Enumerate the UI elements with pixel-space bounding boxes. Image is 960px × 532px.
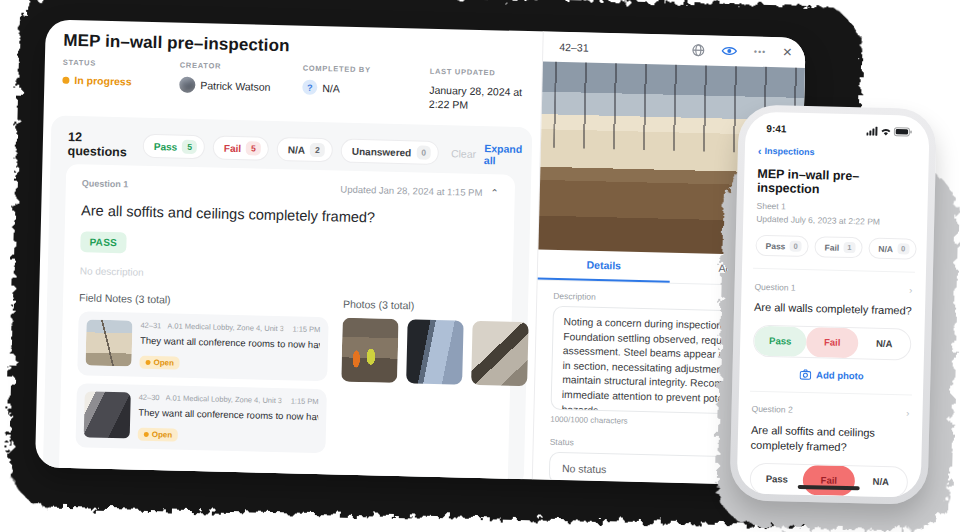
photos-header: Photos (3 total) (343, 298, 529, 315)
answer-pass-button[interactable]: Pass (751, 463, 804, 494)
collapse-chevron-icon[interactable]: ⌃ (490, 190, 499, 196)
meta-last-updated: LAST UPDATED January 28, 2024 at 2:22 PM (429, 67, 535, 114)
clear-filters-button[interactable]: Clear (451, 147, 476, 160)
tab-details[interactable]: Details (538, 249, 670, 282)
phone-question-2-text: Are all soffits and ceilings completely … (751, 423, 912, 457)
back-chevron-icon: ‹ (758, 146, 762, 155)
filter-unanswered[interactable]: Unanswered0 (341, 139, 440, 165)
divider (750, 390, 912, 395)
avatar (179, 77, 195, 93)
status-label: STATUS (63, 58, 132, 69)
filter-fail[interactable]: Fail5 (213, 135, 270, 160)
filter-row: 12 questions Pass5 Fail5 N/A2 Unanswered… (51, 115, 533, 169)
note-time: 1:15 PM (292, 324, 320, 334)
clock: 9:41 (766, 123, 786, 134)
note-id: 42–31 (140, 321, 161, 331)
status-dot-icon (62, 76, 69, 83)
field-note-row[interactable]: 42–31 A.01 Medical Lobby, Zone 4, Unit 3… (77, 311, 328, 381)
field-note-photo (84, 391, 131, 438)
phone-question-2-answers: Pass Fail N/A (750, 462, 909, 498)
answer-na-button[interactable]: N/A (854, 466, 907, 497)
phone-filter-na[interactable]: N/A0 (868, 237, 916, 259)
last-updated-label: LAST UPDATED (430, 67, 535, 79)
eye-icon[interactable] (722, 45, 738, 57)
phone-filter-pass[interactable]: Pass0 (755, 235, 809, 257)
answer-pass-button[interactable]: Pass (754, 326, 807, 357)
fail-count-badge: 1 (843, 242, 855, 253)
note-text: They want all conference rooms to now ha… (138, 407, 318, 422)
divider (753, 268, 915, 273)
note-status-badge: Open (139, 356, 180, 370)
result-badge: PASS (80, 231, 126, 253)
note-status-badge: Open (138, 428, 179, 442)
inspection-window: MEP in–wall pre–inspection STATUS In pro… (35, 19, 806, 485)
question-mark-icon: ? (302, 80, 317, 95)
note-text: They want all conference rooms to now ha… (140, 335, 320, 350)
status-value: In progress (74, 74, 131, 87)
question-label: Question 1 (754, 281, 795, 292)
completed-by-value: N/A (322, 82, 340, 94)
field-note-photo (85, 319, 132, 366)
meta-completed-by: COMPLETED BY ?N/A (302, 64, 371, 97)
expand-all-button[interactable]: Expand all (484, 142, 523, 167)
creator-label: CREATOR (180, 61, 271, 72)
signal-icon (866, 126, 877, 135)
wifi-icon (881, 129, 890, 136)
question-label: Question 1 (82, 178, 129, 189)
description-placeholder: No description (80, 265, 497, 286)
last-updated-value: January 28, 2024 at 2:22 PM (429, 83, 535, 114)
field-notes-column: Field Notes (3 total) 42–31 A.01 Medical… (75, 291, 329, 461)
sheet-label: Sheet 1 (756, 201, 914, 215)
globe-icon[interactable] (692, 43, 706, 57)
note-id: 42–30 (139, 393, 160, 403)
open-dot-icon (145, 360, 150, 365)
phone-mockup: 9:41 ‹ Inspections MEP in–wall pre–inspe… (729, 104, 937, 505)
question-card: Question 1 Updated Jan 28, 2024 at 1:15 … (59, 164, 516, 486)
close-icon[interactable]: ✕ (782, 45, 792, 59)
fail-count-badge: 5 (246, 141, 261, 155)
more-menu-icon[interactable]: ••• (754, 47, 767, 57)
phone-filter-fail[interactable]: Fail1 (814, 236, 862, 258)
phone-question-1-header[interactable]: Question 1 › (754, 281, 912, 296)
note-time: 1:15 PM (291, 396, 319, 406)
meta-status: STATUS In progress (62, 58, 132, 88)
note-location: A.01 Medical Lobby, Zone 4, Unit 3A (165, 393, 281, 405)
camera-icon (799, 369, 811, 380)
creator-value: Patrick Watson (200, 79, 270, 93)
phone-question-1-answers: Pass Fail N/A (753, 325, 912, 361)
questions-panel: 12 questions Pass5 Fail5 N/A2 Unanswered… (43, 115, 533, 485)
open-dot-icon (144, 432, 149, 437)
photo-thumbnail[interactable] (471, 321, 529, 386)
question-label: Question 2 (751, 404, 792, 415)
phone-question-2-header[interactable]: Question 2 › (751, 404, 909, 419)
chevron-right-icon: › (909, 284, 913, 295)
add-photo-label: Add photo (816, 369, 864, 381)
answer-fail-button[interactable]: Fail (806, 327, 859, 358)
filter-pass[interactable]: Pass5 (143, 134, 206, 160)
pass-count-badge: 5 (182, 140, 197, 154)
inspection-overview-pane: MEP in–wall pre–inspection STATUS In pro… (35, 19, 543, 479)
na-count-badge: 0 (897, 243, 909, 254)
phone-updated: Updated July 6, 2023 at 2:22 PM (756, 214, 914, 228)
field-notes-header: Field Notes (3 total) (79, 291, 329, 309)
scene: MEP in–wall pre–inspection STATUS In pro… (0, 0, 960, 532)
answer-fail-button-selected[interactable]: Fail (803, 464, 856, 495)
pass-count-badge: 0 (789, 241, 801, 252)
status-icons (866, 125, 912, 137)
back-link[interactable]: ‹ Inspections (758, 146, 916, 160)
phone-question-1-text: Are all walls completely framed? (754, 300, 914, 319)
field-note-row[interactable]: 42–30 A.01 Medical Lobby, Zone 4, Unit 3… (75, 383, 326, 453)
filter-na[interactable]: N/A2 (277, 137, 334, 162)
question-updated: Updated Jan 28, 2024 at 1:15 PM (340, 184, 482, 198)
detail-title: 42–31 (559, 41, 676, 56)
note-location: A.01 Medical Lobby, Zone 4, Unit 3A (167, 321, 283, 333)
question-count: 12 questions (68, 130, 128, 159)
answer-na-button[interactable]: N/A (858, 328, 911, 359)
phone-page-title: MEP in–wall pre–inspection (757, 167, 916, 199)
battery-icon (894, 128, 912, 136)
add-photo-button[interactable]: Add photo (752, 368, 910, 383)
photo-thumbnail[interactable] (406, 319, 464, 384)
meta-creator: CREATOR Patrick Watson (179, 61, 271, 95)
photo-thumbnail[interactable] (341, 318, 399, 383)
completed-by-label: COMPLETED BY (303, 64, 371, 75)
